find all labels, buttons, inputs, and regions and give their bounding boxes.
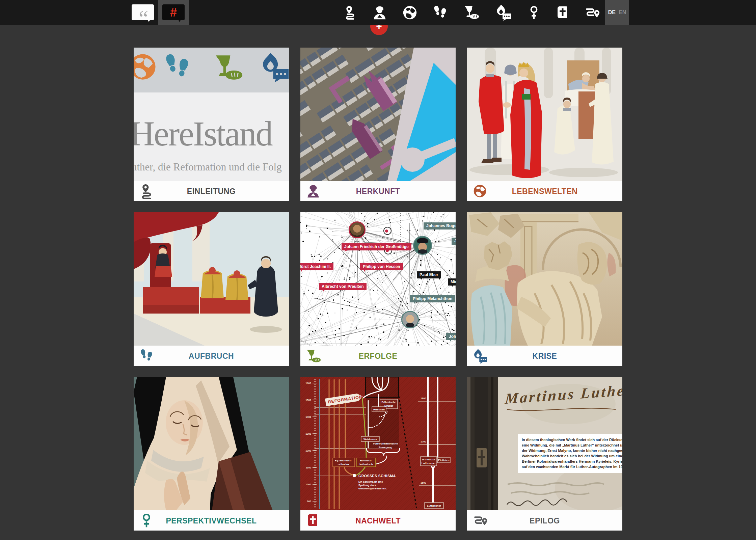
tile-krise[interactable]: KRISE (467, 212, 622, 366)
tile-label: EPILOG (467, 510, 622, 531)
erfolge-network-visualization: Johann Friedrich der Großmütige fürst Jo… (300, 212, 456, 346)
here-i-stand-chapter-overview: + “ # DE EN (0, 0, 756, 540)
svg-text:1400: 1400 (305, 415, 311, 418)
language-switcher: DE EN (605, 0, 629, 25)
tile-label-bar: KRISE (467, 346, 622, 366)
tile-label-bar: EPILOG (467, 510, 622, 531)
tile-perspektivwechsel[interactable]: PERSPEKTIVWECHSEL (134, 377, 289, 531)
tile-lebenswelten[interactable]: LEBENSWELTEN (467, 48, 622, 201)
epilog-autograph-photo: Martinus Luther In diesem theologischen … (467, 377, 622, 510)
nachwelt-denomination-timeline: 1600150014001300120011001000900 1800 170… (300, 377, 456, 510)
nav-footprints-icon[interactable] (433, 5, 448, 20)
exhibition-title: HereIstand (134, 114, 289, 154)
person-tag: Philipp Melanchthon (410, 295, 455, 302)
nav-female-symbol-icon[interactable] (527, 4, 541, 21)
tile-epilog[interactable]: Martinus Luther In diesem theologischen … (467, 377, 622, 531)
caption-line: auf den wachsenden Markt für Luther-Auto… (522, 464, 622, 469)
hashtag-icon: # (170, 5, 177, 20)
perspektivwechsel-nun-illustration (134, 377, 289, 510)
caption-line: Berliner Kolonialwarenhändlers Hermann K… (522, 459, 622, 464)
flame-chat-icon (260, 52, 289, 82)
portrait-melanchthon (401, 311, 419, 328)
caption-line: eine Widmung, die mit „Martinus Luther“ … (522, 442, 622, 448)
svg-text:Pietisten: Pietisten (438, 459, 449, 462)
nav-communion-icon[interactable] (463, 5, 480, 20)
person-tag: Albrecht von Preußen (319, 283, 367, 290)
svg-text:vorreformatorische: vorreformatorische (373, 442, 398, 445)
tile-nachwelt[interactable]: 1600150014001300120011001000900 1800 170… (300, 377, 456, 531)
quote-icon: “ (139, 17, 147, 20)
svg-text:orthodoxe: orthodoxe (422, 458, 435, 461)
svg-text:Lutheraner: Lutheraner (422, 462, 436, 465)
tile-label-bar: AUFBRUCH (134, 346, 289, 366)
portrait-luther (413, 236, 432, 255)
hashtag-toggle[interactable]: # (158, 0, 189, 25)
svg-text:orthodox: orthodox (338, 463, 350, 466)
tile-einleitung[interactable]: HereIstand uther, die Reformation und di… (134, 48, 289, 201)
category-icon-nav (344, 0, 601, 25)
quotes-toggle[interactable]: “ (132, 4, 154, 20)
portrait-johann-friedrich (349, 221, 366, 238)
svg-text:1100: 1100 (306, 466, 311, 469)
svg-text:Byzantinisch-: Byzantinisch- (335, 459, 352, 462)
tile-label: KRISE (467, 346, 622, 366)
svg-text:katholisch: katholisch (359, 463, 373, 466)
person-tag: Johan (446, 333, 456, 340)
aufbruch-audience-illustration (134, 212, 289, 346)
nav-globe-icon[interactable] (402, 5, 417, 20)
lang-de[interactable]: DE (608, 9, 616, 16)
person-tag: Ju (452, 238, 456, 245)
tile-label: PERSPEKTIVWECHSEL (134, 510, 289, 531)
tile-label: AUFBRUCH (134, 346, 289, 366)
svg-text:Spaltung einer: Spaltung einer (358, 484, 376, 487)
tile-aufbruch[interactable]: AUFBRUCH (134, 212, 289, 366)
caption-line: In diesem theologischen Werk findet sich… (522, 437, 622, 442)
svg-text:Hussiten: Hussiten (373, 408, 385, 411)
person-tag: Johannes Bugenha (424, 222, 456, 230)
tile-herkunft[interactable]: HERKUNFT (300, 48, 456, 201)
svg-text:Lutheraner: Lutheraner (427, 504, 441, 507)
einleitung-icon-banner (134, 48, 289, 92)
lang-en[interactable]: EN (619, 9, 626, 16)
tile-erfolge[interactable]: Johann Friedrich der Großmütige fürst Jo… (300, 212, 456, 366)
nav-route-pin-icon[interactable] (344, 5, 357, 20)
lebenswelten-wedding-illustration (467, 48, 622, 181)
exhibition-subtitle: uther, die Reformation und die Folg (134, 161, 289, 173)
nav-bible-cross-icon[interactable] (556, 5, 569, 20)
einleitung-cover: HereIstand uther, die Reformation und di… (134, 48, 289, 181)
tile-label-bar: NACHWELT (300, 510, 456, 531)
tile-label: LEBENSWELTEN (467, 181, 622, 201)
chapter-grid: HereIstand uther, die Reformation und di… (134, 48, 622, 531)
hashtag-bubble[interactable]: # (162, 4, 185, 20)
svg-text:1200: 1200 (305, 449, 311, 452)
herkunft-city-map-illustration (300, 48, 456, 181)
nav-monk-icon[interactable] (372, 5, 387, 20)
svg-text:Ein Schisma ist eine: Ein Schisma ist eine (358, 480, 383, 483)
footprints-icon (163, 53, 191, 81)
globe-icon (134, 52, 157, 81)
tile-label-bar: PERSPEKTIVWECHSEL (134, 510, 289, 531)
svg-text:GROSSES SCHISMA: GROSSES SCHISMA (358, 474, 396, 478)
svg-text:Böhmische: Böhmische (381, 401, 396, 404)
tile-label-bar: LEBENSWELTEN (467, 181, 622, 201)
svg-text:1600: 1600 (421, 481, 426, 484)
tile-label: NACHWELT (300, 510, 456, 531)
tile-label-bar: EINLEITUNG (134, 181, 289, 201)
person-tag: Paul Eber (417, 271, 441, 278)
svg-text:1800: 1800 (421, 397, 426, 400)
svg-text:1500: 1500 (305, 399, 311, 402)
krise-damaged-relief-photo (467, 212, 622, 346)
svg-text:900: 900 (307, 500, 311, 503)
epilog-caption-panel: In diesem theologischen Werk findet sich… (518, 434, 622, 473)
nav-route-end-pin-icon[interactable] (585, 5, 601, 20)
caption-line: Wahrscheinlich handelt es sich bei der W… (522, 453, 622, 459)
svg-text:1300: 1300 (305, 432, 311, 435)
nav-flame-chat-icon[interactable] (495, 4, 512, 21)
svg-text:Römisch-: Römisch- (360, 459, 373, 462)
svg-text:1600: 1600 (305, 382, 311, 385)
svg-text:1000: 1000 (305, 483, 311, 486)
tile-label-bar: HERKUNFT (300, 181, 456, 201)
svg-text:Bewegung: Bewegung (379, 446, 393, 449)
svg-text:Waldenser: Waldenser (363, 438, 377, 441)
tile-label-bar: ERFOLGE (300, 346, 456, 366)
